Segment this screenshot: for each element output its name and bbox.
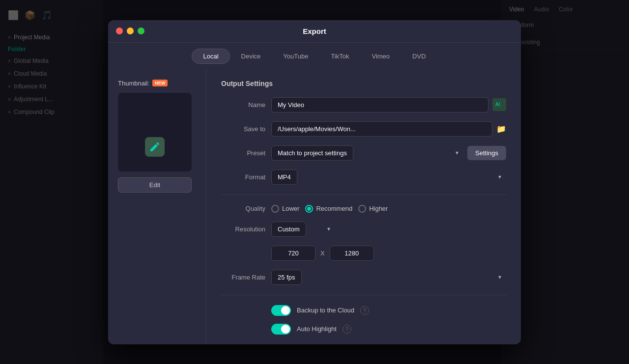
resolution-select[interactable]: Custom — [271, 222, 306, 237]
ai-icon: AI — [495, 100, 503, 108]
quality-recommend-option[interactable]: Recommend — [305, 205, 352, 213]
name-input[interactable] — [271, 97, 488, 112]
output-settings-panel: Output Settings Name AI Sa — [206, 70, 521, 344]
tab-youtube[interactable]: YouTube — [272, 49, 319, 64]
svg-text:AI: AI — [495, 102, 500, 107]
thumbnail-pencil-icon — [145, 137, 165, 157]
thumbnail-label: Thumbnail: NEW — [118, 80, 196, 87]
backup-cloud-label: Backup to the Cloud — [297, 307, 354, 314]
format-select-wrapper: MP4 — [271, 169, 506, 185]
format-row: Format MP4 — [221, 169, 506, 185]
modal-titlebar: Export — [108, 20, 521, 43]
backup-cloud-toggle[interactable] — [271, 305, 291, 316]
quality-recommend-radio[interactable] — [305, 205, 313, 213]
preset-select[interactable]: Match to project settings — [271, 145, 353, 161]
modal-title: Export — [303, 27, 326, 35]
maximize-window-button[interactable] — [138, 28, 144, 34]
resolution-values: X — [271, 246, 374, 261]
new-badge: NEW — [152, 80, 168, 86]
divider-1 — [221, 195, 506, 195]
thumbnail-panel: Thumbnail: NEW Edit — [108, 70, 206, 344]
quality-lower-radio[interactable] — [271, 205, 279, 213]
auto-highlight-row: Auto Highlight ? — [221, 324, 506, 335]
resolution-label: Resolution — [221, 225, 265, 233]
format-label: Format — [221, 173, 265, 181]
quality-label: Quality — [221, 205, 265, 212]
preset-input-container: Match to project settings Settings — [271, 145, 506, 161]
auto-highlight-label: Auto Highlight — [297, 325, 337, 333]
modal-content: Thumbnail: NEW Edit Output Settings — [108, 70, 521, 344]
frame-rate-label: Frame Rate — [221, 274, 265, 281]
backup-help-icon[interactable]: ? — [360, 306, 369, 315]
save-to-input[interactable] — [271, 121, 492, 137]
tab-device[interactable]: Device — [230, 49, 272, 64]
name-input-container: AI — [271, 97, 506, 112]
preset-label: Preset — [221, 149, 265, 157]
save-to-row: Save to 📁 — [221, 121, 506, 137]
pencil-icon — [149, 141, 161, 153]
quality-row: Quality Lower Recommend Higher — [221, 205, 506, 213]
auto-highlight-toggle[interactable] — [271, 324, 291, 335]
resolution-width-input[interactable] — [271, 246, 315, 261]
output-settings-title: Output Settings — [221, 80, 506, 87]
backup-cloud-row: Backup to the Cloud ? — [221, 305, 506, 316]
close-window-button[interactable] — [116, 28, 123, 34]
resolution-x-separator: X — [320, 250, 325, 257]
divider-2 — [221, 295, 506, 295]
frame-rate-row: Frame Rate 25 fps — [221, 270, 506, 285]
tab-local[interactable]: Local — [192, 49, 229, 64]
preset-row: Preset Match to project settings Setting… — [221, 145, 506, 161]
resolution-values-row: X — [221, 246, 506, 261]
ai-name-button[interactable]: AI — [492, 98, 506, 111]
export-modal: Export Local Device YouTube TikTok Vimeo… — [108, 20, 521, 344]
preset-select-wrapper: Match to project settings — [271, 145, 463, 161]
preset-settings-button[interactable]: Settings — [467, 146, 506, 160]
save-to-input-container: 📁 — [271, 121, 506, 137]
save-to-label: Save to — [221, 125, 265, 133]
tab-tiktok[interactable]: TikTok — [319, 49, 360, 64]
auto-highlight-help-icon[interactable]: ? — [343, 325, 351, 334]
quality-higher-radio[interactable] — [358, 205, 366, 213]
tab-dvd[interactable]: DVD — [401, 49, 437, 64]
modal-overlay: Export Local Device YouTube TikTok Vimeo… — [0, 0, 629, 364]
frame-rate-select-wrapper: 25 fps — [271, 270, 506, 285]
resolution-select-wrapper: Custom — [271, 222, 335, 237]
name-row: Name AI — [221, 97, 506, 112]
folder-browse-icon[interactable]: 📁 — [496, 124, 506, 134]
tab-vimeo[interactable]: Vimeo — [360, 49, 401, 64]
frame-rate-select[interactable]: 25 fps — [271, 270, 302, 285]
quality-lower-option[interactable]: Lower — [271, 205, 299, 213]
resolution-input-container: Custom — [271, 222, 335, 237]
edit-thumbnail-button[interactable]: Edit — [118, 177, 192, 193]
format-select[interactable]: MP4 — [271, 169, 297, 185]
minimize-window-button[interactable] — [127, 28, 134, 34]
thumbnail-preview — [118, 93, 192, 171]
quality-options: Lower Recommend Higher — [271, 205, 388, 213]
window-controls — [116, 28, 144, 34]
quality-higher-option[interactable]: Higher — [358, 205, 388, 213]
resolution-row: Resolution Custom — [221, 222, 506, 237]
name-label: Name — [221, 101, 265, 109]
resolution-height-input[interactable] — [330, 246, 374, 261]
modal-tabs: Local Device YouTube TikTok Vimeo DVD — [108, 43, 521, 70]
